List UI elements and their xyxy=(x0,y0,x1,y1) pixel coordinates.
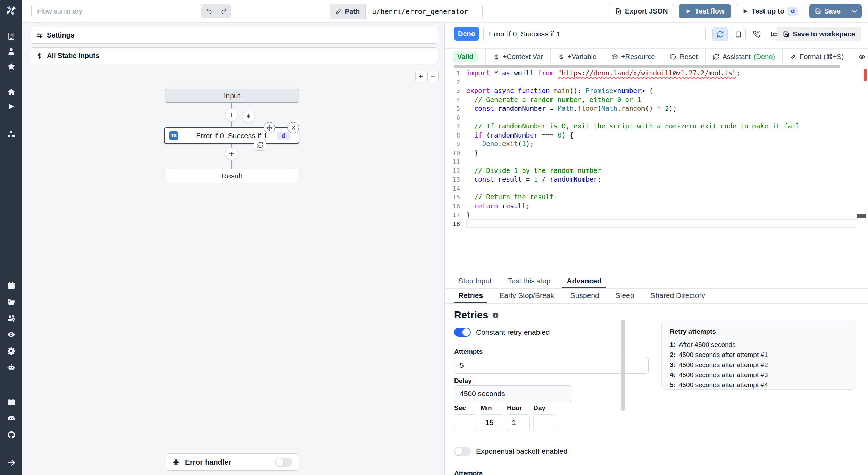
export-json-button[interactable]: Export JSON xyxy=(609,4,674,18)
topbar: Path u/henri/error_generator Export JSON… xyxy=(22,0,868,23)
sidebar-item-arrow-right[interactable] xyxy=(0,456,22,469)
code-line: 14 xyxy=(445,184,868,193)
step-tabs: Step InputTest this stepAdvanced xyxy=(445,274,868,289)
exponential-backoff-toggle[interactable] xyxy=(454,447,471,456)
save-button[interactable]: Save xyxy=(809,4,846,18)
language-badge[interactable]: Deno xyxy=(454,27,479,41)
move-node-button[interactable] xyxy=(264,122,275,133)
time-field-label: Sec xyxy=(454,404,477,412)
toolbar--context-var[interactable]: +Context Var xyxy=(485,49,550,65)
flow-node-input[interactable]: Input xyxy=(165,89,299,103)
zoom-out-button[interactable]: − xyxy=(427,71,439,82)
sidebar-item-gear[interactable] xyxy=(0,344,22,357)
sidebar-item-user[interactable] xyxy=(0,45,22,57)
close-icon xyxy=(290,125,297,131)
phone-button[interactable] xyxy=(749,27,764,41)
trigger-button[interactable] xyxy=(242,110,255,123)
line-number: 9 xyxy=(445,140,466,149)
sidebar-item-star[interactable] xyxy=(0,60,22,73)
sidebar-item-eye-filled[interactable] xyxy=(0,328,22,341)
constant-retry-toggle[interactable] xyxy=(454,328,471,337)
dollar-icon xyxy=(7,116,16,124)
tab-test-this-step[interactable]: Test this step xyxy=(504,274,555,288)
attempts-input[interactable] xyxy=(454,357,649,374)
sidebar-item-boxes[interactable] xyxy=(0,128,22,140)
error-handler-toggle[interactable] xyxy=(275,458,292,467)
error-handler-bar[interactable]: Error handler xyxy=(166,453,299,471)
sidebar-item-bot[interactable] xyxy=(0,361,22,373)
sec-input[interactable] xyxy=(454,414,477,431)
toolbar-assistant[interactable]: Assistant(Deno) xyxy=(705,49,782,65)
sidebar-item-users[interactable] xyxy=(0,312,22,324)
typescript-badge: TS xyxy=(169,131,178,140)
retry-indicator-button[interactable] xyxy=(254,139,266,151)
min-input[interactable] xyxy=(481,414,503,431)
line-number: 8 xyxy=(445,131,466,140)
sidebar-item-folder-open[interactable] xyxy=(0,295,22,308)
test-flow-button[interactable]: Test flow xyxy=(679,4,731,18)
step-name-input[interactable] xyxy=(483,27,706,41)
toolbar-hscrollbar[interactable] xyxy=(454,65,840,68)
sidebar-item-github[interactable] xyxy=(0,428,22,441)
retry-attempt-item: 4:4500 seconds after attempt #3 xyxy=(670,370,848,380)
subtab-sleep[interactable]: Sleep xyxy=(611,289,639,303)
code-line: 7 // If randomNumber is 0, exit the scri… xyxy=(445,122,868,131)
settings-bar[interactable]: Settings xyxy=(31,27,438,44)
editor-scrollbar-thumb[interactable] xyxy=(857,214,866,218)
save-to-workspace-button[interactable]: Save to workspace xyxy=(777,27,861,41)
brush-icon xyxy=(790,53,796,60)
code-editor[interactable]: 1import * as wmill from "https://deno.la… xyxy=(445,69,868,274)
sidebar-item-home[interactable] xyxy=(0,86,22,98)
toolbar-reset[interactable]: Reset xyxy=(662,49,705,65)
play-icon xyxy=(685,8,692,15)
line-number: 18 xyxy=(445,219,466,228)
subtab-suspend[interactable]: Suspend xyxy=(566,289,603,303)
windmill-logo-icon[interactable] xyxy=(5,5,17,17)
hour-input[interactable] xyxy=(507,414,530,431)
phone-incoming-icon xyxy=(753,31,760,38)
info-icon[interactable] xyxy=(492,312,499,319)
test-up-to-button[interactable]: Test up to d xyxy=(736,4,805,18)
insert-step-button[interactable] xyxy=(225,147,238,160)
code-text: } xyxy=(466,149,856,158)
save-menu-button[interactable] xyxy=(846,4,862,18)
delay-input[interactable] xyxy=(454,385,572,402)
editor-panel: Deno Save to workspace Valid+Context Var… xyxy=(445,22,868,475)
flow-summary-input[interactable] xyxy=(31,4,202,18)
delete-node-button[interactable] xyxy=(287,122,299,133)
zoom-in-button[interactable]: + xyxy=(415,71,426,82)
sync-button[interactable] xyxy=(712,27,728,41)
toolbar-format-s-[interactable]: Format (⌘+S) xyxy=(782,49,851,65)
code-line: 5 const randomNumber = Math.floor(Math.r… xyxy=(445,104,868,113)
toolbar--resource[interactable]: +Resource xyxy=(604,49,662,65)
day-input[interactable] xyxy=(533,414,556,431)
subtab-shared-directory[interactable]: Shared Directory xyxy=(646,289,709,303)
sidebar-item-discord[interactable] xyxy=(0,412,22,425)
attempts-label: Attempts xyxy=(454,348,483,356)
all-static-inputs-bar[interactable]: All Static Inputs xyxy=(31,47,438,64)
toolbar--variable[interactable]: +Variable xyxy=(550,49,604,65)
redo-button[interactable] xyxy=(216,4,231,18)
flow-node-step[interactable]: TS Error if 0, Success if 1 d xyxy=(164,127,299,144)
code-line: 18 xyxy=(445,219,868,228)
sidebar-item-building[interactable] xyxy=(0,30,22,42)
flow-node-result[interactable]: Result xyxy=(166,169,298,183)
content-scrollbar[interactable] xyxy=(621,320,625,411)
subtab-retries[interactable]: Retries xyxy=(454,289,487,303)
sidebar-item-calendar[interactable] xyxy=(0,279,22,292)
undo-button[interactable] xyxy=(201,4,216,18)
square-button[interactable] xyxy=(731,27,746,41)
sidebar-item-dollar[interactable] xyxy=(0,114,22,126)
sidebar-item-play[interactable] xyxy=(0,100,22,112)
tab-step-input[interactable]: Step Input xyxy=(454,274,496,288)
save-split-button: Save xyxy=(809,4,862,18)
path-value[interactable]: u/henri/error_generator xyxy=(366,4,482,19)
insert-step-button[interactable] xyxy=(225,108,238,122)
path-widget[interactable]: Path u/henri/error_generator xyxy=(330,4,483,19)
tab-advanced[interactable]: Advanced xyxy=(562,274,606,288)
toolbar-explore-other-s[interactable]: Explore other s xyxy=(851,49,868,65)
sidebar-item-book[interactable] xyxy=(0,396,22,408)
path-label: Path xyxy=(345,8,360,16)
subtab-early-stop-break[interactable]: Early Stop/Break xyxy=(495,289,558,303)
time-field-label: Day xyxy=(533,404,556,412)
